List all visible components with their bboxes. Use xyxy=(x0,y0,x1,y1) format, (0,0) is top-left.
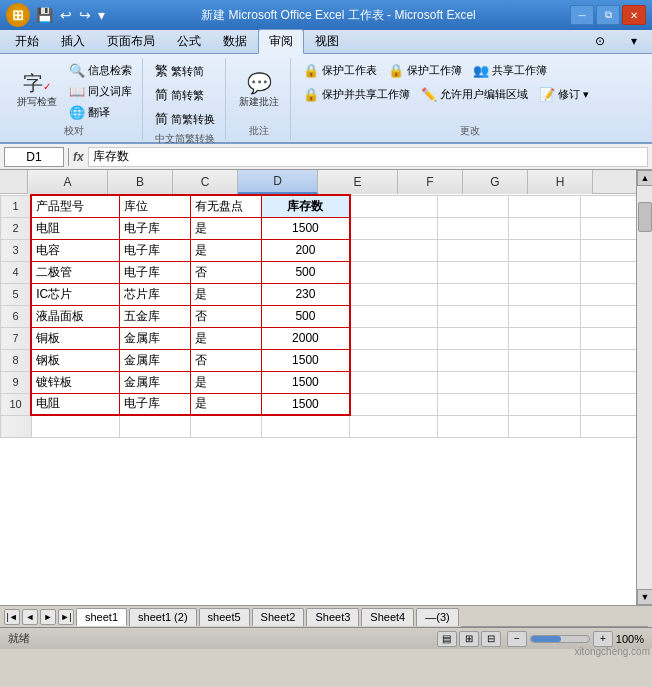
col-header-h[interactable]: H xyxy=(528,170,593,194)
cell-c6[interactable]: 否 xyxy=(190,305,261,327)
protect-share-button[interactable]: 🔒 保护并共享工作簿 xyxy=(299,85,414,104)
cell-reference-input[interactable] xyxy=(4,147,64,167)
cell-empty[interactable] xyxy=(509,415,580,437)
sheet-nav-last[interactable]: ►| xyxy=(58,609,74,625)
tab-insert[interactable]: 插入 xyxy=(50,29,96,53)
cell-f6[interactable] xyxy=(437,305,508,327)
tab-review[interactable]: 审阅 xyxy=(258,29,304,54)
cell-e5[interactable] xyxy=(350,283,438,305)
col-header-b[interactable]: B xyxy=(108,170,173,194)
page-layout-btn[interactable]: ⊞ xyxy=(459,631,479,647)
col-header-e[interactable]: E xyxy=(318,170,398,194)
cell-f2[interactable] xyxy=(437,217,508,239)
cell-f8[interactable] xyxy=(437,349,508,371)
cell-g9[interactable] xyxy=(509,371,580,393)
undo-quick-btn[interactable]: ↩ xyxy=(58,5,74,25)
cell-empty[interactable] xyxy=(31,415,119,437)
cell-g3[interactable] xyxy=(509,239,580,261)
cell-d7[interactable]: 2000 xyxy=(262,327,350,349)
cell-g10[interactable] xyxy=(509,393,580,415)
sheet-nav-next[interactable]: ► xyxy=(40,609,56,625)
cell-e4[interactable] xyxy=(350,261,438,283)
cell-a6[interactable]: 液晶面板 xyxy=(31,305,119,327)
cell-b1[interactable]: 库位 xyxy=(119,195,190,217)
cell-d10[interactable]: 1500 xyxy=(262,393,350,415)
cell-b9[interactable]: 金属库 xyxy=(119,371,190,393)
cell-f5[interactable] xyxy=(437,283,508,305)
col-header-a[interactable]: A xyxy=(28,170,108,194)
cell-f1[interactable] xyxy=(437,195,508,217)
close-button[interactable]: ✕ xyxy=(622,5,646,25)
cell-g1[interactable] xyxy=(509,195,580,217)
cell-b6[interactable]: 五金库 xyxy=(119,305,190,327)
cell-a4[interactable]: 二极管 xyxy=(31,261,119,283)
tab-start[interactable]: 开始 xyxy=(4,29,50,53)
cell-d2[interactable]: 1500 xyxy=(262,217,350,239)
cell-g7[interactable] xyxy=(509,327,580,349)
col-header-c[interactable]: C xyxy=(173,170,238,194)
formula-input[interactable] xyxy=(88,147,648,167)
cell-b7[interactable]: 金属库 xyxy=(119,327,190,349)
tab-formula[interactable]: 公式 xyxy=(166,29,212,53)
cell-e7[interactable] xyxy=(350,327,438,349)
cell-b10[interactable]: 电子库 xyxy=(119,393,190,415)
tab-page-layout[interactable]: 页面布局 xyxy=(96,29,166,53)
new-comment-button[interactable]: 💬 新建批注 xyxy=(234,70,284,112)
sheet-tab-sheet2[interactable]: Sheet2 xyxy=(252,608,305,626)
tab-data[interactable]: 数据 xyxy=(212,29,258,53)
cell-d6[interactable]: 500 xyxy=(262,305,350,327)
tab-minimize-ribbon[interactable]: ▾ xyxy=(620,30,648,51)
sheet-tab-sheet4[interactable]: Sheet4 xyxy=(361,608,414,626)
cell-d1[interactable]: 库存数 xyxy=(262,195,350,217)
cell-e9[interactable] xyxy=(350,371,438,393)
cell-a2[interactable]: 电阻 xyxy=(31,217,119,239)
page-break-btn[interactable]: ⊟ xyxy=(481,631,501,647)
cell-c5[interactable]: 是 xyxy=(190,283,261,305)
translate-button[interactable]: 🌐 翻译 xyxy=(65,103,136,122)
cell-empty[interactable] xyxy=(262,415,350,437)
cell-g2[interactable] xyxy=(509,217,580,239)
col-header-f[interactable]: F xyxy=(398,170,463,194)
cell-e10[interactable] xyxy=(350,393,438,415)
protect-sheet-button[interactable]: 🔒 保护工作表 xyxy=(299,61,381,80)
restore-button[interactable]: ⧉ xyxy=(596,5,620,25)
cell-c7[interactable]: 是 xyxy=(190,327,261,349)
cell-c8[interactable]: 否 xyxy=(190,349,261,371)
redo-quick-btn[interactable]: ↪ xyxy=(77,5,93,25)
cell-a10[interactable]: 电阻 xyxy=(31,393,119,415)
cell-f9[interactable] xyxy=(437,371,508,393)
cell-b5[interactable]: 芯片库 xyxy=(119,283,190,305)
cell-a9[interactable]: 镀锌板 xyxy=(31,371,119,393)
col-header-g[interactable]: G xyxy=(463,170,528,194)
normal-view-btn[interactable]: ▤ xyxy=(437,631,457,647)
cell-a8[interactable]: 钢板 xyxy=(31,349,119,371)
cell-f10[interactable] xyxy=(437,393,508,415)
cell-c3[interactable]: 是 xyxy=(190,239,261,261)
scroll-up-btn[interactable]: ▲ xyxy=(637,170,652,186)
cell-f7[interactable] xyxy=(437,327,508,349)
cell-empty[interactable] xyxy=(119,415,190,437)
simp-convert-button[interactable]: 简 简繁转换 xyxy=(151,108,219,130)
cell-g5[interactable] xyxy=(509,283,580,305)
thesaurus-button[interactable]: 📖 同义词库 xyxy=(65,82,136,101)
zoom-out-btn[interactable]: − xyxy=(507,631,527,647)
cell-b4[interactable]: 电子库 xyxy=(119,261,190,283)
sheet-tab-sheet1-2[interactable]: sheet1 (2) xyxy=(129,608,197,626)
sheet-tab-extra[interactable]: —(3) xyxy=(416,608,458,626)
cell-c10[interactable]: 是 xyxy=(190,393,261,415)
vertical-scrollbar[interactable]: ▲ ▼ xyxy=(636,170,652,605)
zoom-slider[interactable] xyxy=(530,635,590,643)
cell-b8[interactable]: 金属库 xyxy=(119,349,190,371)
research-button[interactable]: 🔍 信息检索 xyxy=(65,61,136,80)
cell-a3[interactable]: 电容 xyxy=(31,239,119,261)
cell-empty[interactable] xyxy=(190,415,261,437)
cell-e8[interactable] xyxy=(350,349,438,371)
sheet-tab-sheet1[interactable]: sheet1 xyxy=(76,608,127,626)
cell-e2[interactable] xyxy=(350,217,438,239)
cell-g4[interactable] xyxy=(509,261,580,283)
spellcheck-button[interactable]: 字✓ 拼写检查 xyxy=(12,70,62,112)
trad-to-simp-button[interactable]: 繁 繁转简 xyxy=(151,60,219,82)
cell-e3[interactable] xyxy=(350,239,438,261)
cell-e1[interactable] xyxy=(350,195,438,217)
cell-b2[interactable]: 电子库 xyxy=(119,217,190,239)
